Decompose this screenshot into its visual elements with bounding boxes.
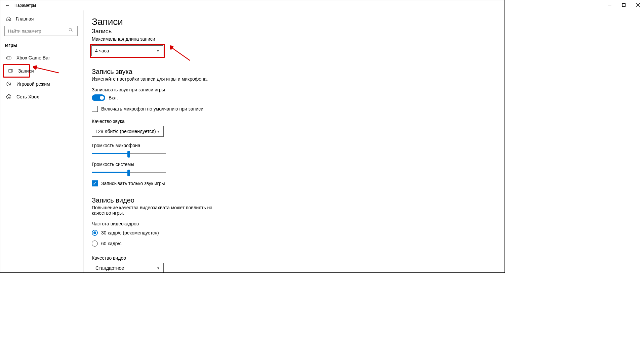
main-content: Записи Запись Максимальная длина записи … xyxy=(84,10,505,272)
svg-rect-6 xyxy=(6,57,11,59)
chevron-down-icon: ▼ xyxy=(156,49,160,53)
chevron-down-icon: ▼ xyxy=(157,130,160,133)
svg-point-8 xyxy=(9,58,10,58)
sidebar-item-xbox-game-bar[interactable]: Xbox Game Bar xyxy=(0,51,83,64)
svg-rect-9 xyxy=(9,70,12,72)
game-audio-only-label: Записывать только звук игры xyxy=(101,181,165,186)
video-quality-value: Стандартное xyxy=(95,265,124,271)
annotation-arrow-icon xyxy=(170,45,197,62)
fps-60-label: 60 кадр/с xyxy=(101,241,122,246)
home-icon xyxy=(6,16,12,22)
xbox-icon xyxy=(6,94,12,100)
sidebar-item-xbox-network[interactable]: Сеть Xbox xyxy=(0,90,83,103)
max-length-select[interactable]: 4 часа ▼ xyxy=(91,45,163,56)
toggle-on-label: Вкл. xyxy=(109,95,118,100)
audio-quality-select[interactable]: 128 Кбит/с (рекомендуется) ▼ xyxy=(92,126,164,137)
game-audio-only-checkbox[interactable]: ✓ xyxy=(92,180,98,186)
fps-60-radio[interactable] xyxy=(92,241,98,247)
max-length-label: Максимальная длина записи xyxy=(92,36,505,42)
sidebar-item-label: Xbox Game Bar xyxy=(16,55,50,60)
sys-volume-label: Громкость системы xyxy=(92,162,505,167)
video-section-desc: Повышение качества видеозахвата может по… xyxy=(92,205,213,216)
sidebar-item-label: Записи xyxy=(18,68,34,74)
annotation-arrow-icon xyxy=(33,65,60,75)
chevron-down-icon: ▼ xyxy=(157,266,160,270)
svg-point-14 xyxy=(7,95,11,99)
game-bar-icon xyxy=(6,55,12,61)
audio-quality-value: 128 Кбит/с (рекомендуется) xyxy=(95,129,156,134)
video-quality-select[interactable]: Стандартное ▼ xyxy=(92,263,164,272)
include-mic-checkbox[interactable] xyxy=(92,106,98,112)
sidebar-item-game-mode[interactable]: Игровой режим xyxy=(0,78,83,90)
back-button[interactable]: ← xyxy=(2,2,12,8)
search-input[interactable] xyxy=(4,26,78,36)
record-audio-label: Записывать звук при записи игры xyxy=(92,87,505,92)
sidebar: Главная Игры Xbox Game Bar xyxy=(0,10,84,272)
sidebar-item-label: Игровой режим xyxy=(16,81,50,87)
home-label: Главная xyxy=(16,16,34,21)
audio-section-title: Запись звука xyxy=(92,68,505,76)
audio-section-desc: Изменяйте настройки записи для игры и ми… xyxy=(92,76,213,82)
group-title: Игры xyxy=(0,39,83,51)
video-section-title: Запись видео xyxy=(92,197,505,204)
fps-30-label: 30 кадр/с (рекомендуется) xyxy=(101,230,159,235)
section-subtitle: Запись xyxy=(92,28,505,35)
svg-line-10 xyxy=(36,68,59,73)
window-title: Параметры xyxy=(12,3,502,8)
svg-line-13 xyxy=(9,84,10,85)
svg-line-15 xyxy=(172,48,190,60)
max-length-value: 4 часа xyxy=(95,48,109,53)
mic-volume-slider[interactable] xyxy=(92,150,166,157)
home-link[interactable]: Главная xyxy=(0,12,83,25)
sys-volume-slider[interactable] xyxy=(92,169,166,176)
game-mode-icon xyxy=(6,81,12,87)
fps-30-radio[interactable] xyxy=(92,230,98,236)
svg-point-7 xyxy=(7,58,8,58)
include-mic-label: Включать микрофон по умолчанию при запис… xyxy=(101,106,203,112)
audio-quality-label: Качество звука xyxy=(92,119,505,124)
sidebar-item-label: Сеть Xbox xyxy=(16,94,39,99)
mic-volume-label: Громкость микрофона xyxy=(92,143,505,148)
record-audio-toggle[interactable] xyxy=(92,94,105,101)
title-bar: ← Параметры xyxy=(0,0,505,10)
fps-label: Частота видеокадров xyxy=(92,221,505,226)
page-title: Записи xyxy=(92,16,505,27)
video-quality-label: Качество видео xyxy=(92,255,505,261)
captures-icon xyxy=(8,68,13,74)
sidebar-item-captures[interactable]: Записи xyxy=(5,66,28,76)
